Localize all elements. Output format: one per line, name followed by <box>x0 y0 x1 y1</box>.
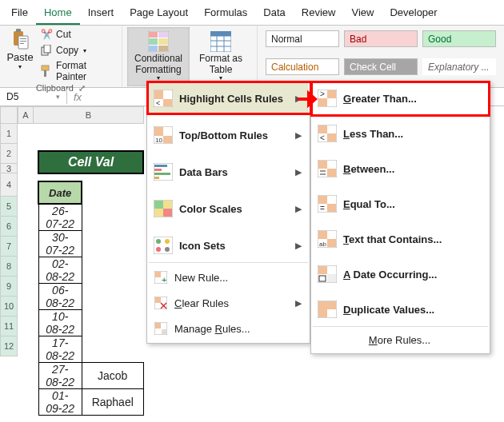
conditional-formatting-button[interactable]: Conditional Formatting ▾ <box>127 27 190 86</box>
menu-more-rules[interactable]: More Rules... <box>313 328 488 352</box>
row-header[interactable]: 10 <box>0 297 18 316</box>
cut-button[interactable]: ✂️Cut <box>38 27 117 42</box>
table-cell[interactable]: Jacob <box>82 363 143 389</box>
table-cell[interactable]: 06-08-22 <box>38 284 82 310</box>
menu-data-bars[interactable]: Data Bars ▶ <box>149 157 308 187</box>
row-header[interactable]: 3 <box>0 164 18 173</box>
table-cell[interactable]: 30-07-22 <box>38 231 82 257</box>
fx-icon[interactable]: fx <box>67 91 88 103</box>
menu-label: More Rules... <box>369 334 430 346</box>
menu-clear-rules[interactable]: Clear Rules ▶ <box>149 290 308 316</box>
table-cell[interactable]: 10-08-22 <box>38 310 82 336</box>
menu-less-than[interactable]: < Less Than... <box>313 118 488 149</box>
svg-point-44 <box>156 247 161 252</box>
style-normal[interactable]: Normal <box>266 30 339 47</box>
menu-greater-than[interactable]: > Greater Than... <box>313 83 488 113</box>
svg-rect-2 <box>18 36 28 49</box>
style-explanatory[interactable]: Explanatory ... <box>422 58 496 75</box>
format-painter-label: Format Painter <box>56 60 115 82</box>
tab-insert[interactable]: Insert <box>80 2 122 25</box>
svg-point-43 <box>165 239 170 244</box>
row-header[interactable]: 1 <box>0 124 18 144</box>
row-header[interactable]: 8 <box>0 257 18 277</box>
table-cell[interactable]: Raphael <box>82 389 143 416</box>
menu-label: Highlight Cells Rules <box>179 93 283 105</box>
svg-text:=: = <box>320 204 325 213</box>
table-icon <box>210 31 231 52</box>
svg-rect-53 <box>162 329 166 334</box>
svg-rect-18 <box>210 36 231 52</box>
name-box-value: D5 <box>6 91 18 102</box>
select-all-corner[interactable] <box>0 106 18 124</box>
data-table: Cell Val Date 26-07-22 30-07-22 02-08-22… <box>38 150 144 416</box>
tab-file[interactable]: File <box>3 2 36 25</box>
tab-data[interactable]: Data <box>255 2 293 25</box>
table-cell[interactable]: 02-08-22 <box>38 257 82 284</box>
name-box[interactable]: D5▾ <box>0 90 67 104</box>
menu-new-rule[interactable]: + New Rule... <box>149 265 308 290</box>
style-check-cell[interactable]: Check Cell <box>344 58 418 75</box>
svg-rect-35 <box>154 177 159 179</box>
table-cell[interactable]: 17-08-22 <box>38 336 82 363</box>
menu-equal-to[interactable]: = Equal To... <box>313 189 488 219</box>
paste-button[interactable]: Paste ▾ <box>5 27 35 83</box>
highlight-cells-icon: < <box>154 90 173 107</box>
menu-top-bottom-rules[interactable]: 10 Top/Bottom Rules ▶ <box>149 120 308 150</box>
svg-rect-37 <box>154 201 163 209</box>
chevron-right-icon: ▶ <box>295 204 302 214</box>
menu-label: Top/Bottom Rules <box>179 129 268 141</box>
chevron-down-icon: ▾ <box>83 47 86 54</box>
svg-rect-81 <box>327 301 336 309</box>
tab-page-layout[interactable]: Page Layout <box>122 2 196 25</box>
menu-label: Clear Rules <box>174 297 229 309</box>
svg-rect-9 <box>44 70 46 77</box>
svg-rect-3 <box>20 38 26 39</box>
cell-styles-gallery[interactable]: Normal Bad Good Calculation Check Cell E… <box>262 27 499 86</box>
format-as-table-button[interactable]: Format as Table ▾ <box>190 27 252 86</box>
conditional-formatting-icon <box>148 31 169 52</box>
svg-rect-40 <box>163 209 172 217</box>
table-cell[interactable]: 26-07-22 <box>38 204 82 231</box>
copy-button[interactable]: Copy▾ <box>38 43 117 58</box>
svg-rect-33 <box>154 169 162 171</box>
menu-date-occurring[interactable]: A Date Occurring... <box>313 259 488 289</box>
menu-label: Color Scales <box>179 203 242 215</box>
menu-color-scales[interactable]: Color Scales ▶ <box>149 193 308 224</box>
tab-home[interactable]: Home <box>36 2 80 25</box>
format-painter-button[interactable]: Format Painter <box>38 59 117 83</box>
table-header-date: Date <box>38 181 82 204</box>
column-header[interactable]: B <box>34 106 144 124</box>
row-header[interactable]: 12 <box>0 336 18 356</box>
row-header[interactable]: 2 <box>0 144 18 164</box>
svg-text:ab: ab <box>319 241 326 248</box>
row-header[interactable]: 9 <box>0 277 18 297</box>
table-cell[interactable]: 01-09-22 <box>38 389 82 416</box>
tab-formulas[interactable]: Formulas <box>196 2 255 25</box>
tab-view[interactable]: View <box>343 2 382 25</box>
svg-rect-5 <box>20 43 24 44</box>
svg-rect-14 <box>158 38 168 45</box>
svg-rect-7 <box>44 45 50 53</box>
style-calculation[interactable]: Calculation <box>266 58 339 75</box>
style-good[interactable]: Good <box>422 30 496 47</box>
row-header[interactable]: 6 <box>0 217 18 237</box>
conditional-formatting-menu: < Highlight Cells Rules ▶ 10 Top/Bottom … <box>146 81 310 344</box>
row-header[interactable]: 7 <box>0 237 18 257</box>
svg-rect-29 <box>163 136 172 143</box>
row-header[interactable]: 5 <box>0 197 18 217</box>
table-cell[interactable]: 27-08-22 <box>38 363 82 389</box>
menu-icon-sets[interactable]: Icon Sets ▶ <box>149 230 308 261</box>
menu-duplicate-values[interactable]: Duplicate Values... <box>313 294 488 324</box>
tab-developer[interactable]: Developer <box>382 2 445 25</box>
column-header[interactable]: A <box>18 106 34 124</box>
menu-manage-rules[interactable]: Manage Rules... <box>149 316 308 341</box>
menu-label: New Rule... <box>174 272 228 284</box>
menu-text-contains[interactable]: ab Text that Contains... <box>313 224 488 254</box>
row-header[interactable]: 11 <box>0 316 18 336</box>
menu-between[interactable]: Between... <box>313 153 488 184</box>
menu-highlight-cells-rules[interactable]: < Highlight Cells Rules ▶ <box>149 83 308 113</box>
row-header[interactable]: 4 <box>0 173 18 197</box>
copy-icon <box>40 44 53 57</box>
tab-review[interactable]: Review <box>294 2 344 25</box>
style-bad[interactable]: Bad <box>344 30 418 47</box>
